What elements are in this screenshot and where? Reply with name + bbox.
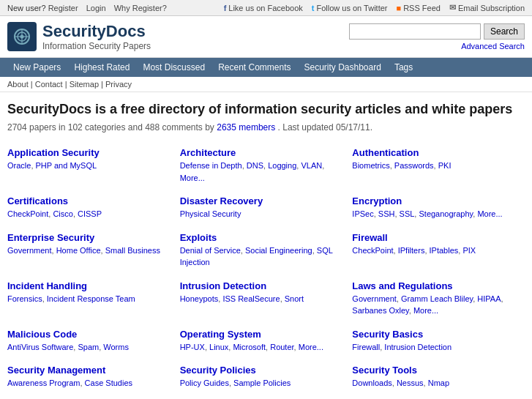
sub-downloads[interactable]: Downloads [352,379,391,387]
sub-iss-realsecure[interactable]: ISS RealSecure [222,294,280,303]
sub-spam[interactable]: Spam [78,343,99,351]
sub-microsoft[interactable]: Microsoft [233,343,266,351]
breadcrumb-sitemap[interactable]: Sitemap [70,80,99,89]
cat-title-security-tools[interactable]: Security Tools [352,365,517,376]
sub-case-studies[interactable]: Case Studies [85,379,132,387]
sub-enc-more[interactable]: More... [477,209,502,218]
cat-title-incident-handling[interactable]: Incident Handling [7,280,173,291]
sub-hipaa[interactable]: HIPAA [477,294,501,303]
sub-passwords[interactable]: Passwords [394,161,434,170]
sub-honeypots[interactable]: Honeypots [180,294,219,303]
sub-ssl[interactable]: SSL [400,209,415,218]
cat-title-application-security[interactable]: Application Security [7,147,173,158]
sub-php-mysql[interactable]: PHP and MySQL [36,161,97,170]
sub-government-law[interactable]: Government [352,294,397,303]
sub-pki[interactable]: PKI [438,161,452,170]
facebook-link[interactable]: f Like us on Facebook [224,4,303,12]
sub-dns[interactable]: DNS [247,161,263,170]
cat-title-enterprise-security[interactable]: Enterprise Security [7,232,173,243]
sub-pix[interactable]: PIX [462,246,476,255]
sub-government-ent[interactable]: Government [7,246,52,255]
sub-ipfilters[interactable]: IPfilters [398,246,425,255]
breadcrumb-contact[interactable]: Contact [35,80,63,89]
sub-snort[interactable]: Snort [285,294,304,303]
email-subscription-link[interactable]: ✉ Email Subscription [449,3,525,12]
email-label: Email Subscription [458,4,525,12]
register-link[interactable]: Register [48,4,78,12]
login-link[interactable]: Login [86,4,106,12]
sub-incident-response-team[interactable]: Incident Response Team [47,294,135,303]
cat-title-security-policies[interactable]: Security Policies [180,365,345,376]
nav-recent-comments[interactable]: Recent Comments [212,61,296,74]
sub-policy-guides[interactable]: Policy Guides [180,379,229,387]
sub-biometrics[interactable]: Biometrics [352,161,389,170]
breadcrumb-about[interactable]: About [7,80,29,89]
rss-link[interactable]: ■ RSS Feed [397,4,441,12]
category-cell-firewall: Firewall CheckPoint, IPfilters, IPtables… [352,228,525,276]
sub-small-business[interactable]: Small Business [105,246,160,255]
breadcrumb-privacy[interactable]: Privacy [105,80,132,89]
sub-social-engineering[interactable]: Social Engineering [245,246,312,255]
nav-most-discussed[interactable]: Most Discussed [137,61,211,74]
cat-title-encryption[interactable]: Encryption [352,195,517,206]
cat-title-security-management[interactable]: Security Management [7,365,173,376]
twitter-link[interactable]: t Follow us on Twitter [312,4,388,12]
nav-highest-rated[interactable]: Highest Rated [68,61,135,74]
sub-ipsec[interactable]: IPSec [352,209,373,218]
cat-subs-certifications: CheckPoint, Cisco, CISSP [7,208,173,220]
members-link[interactable]: 2635 members [217,122,275,133]
sub-cissp[interactable]: CISSP [78,209,102,218]
cat-title-laws-regulations[interactable]: Laws and Regulations [352,280,517,291]
cat-subs-operating-system: HP-UX, Linux, Microsoft, Router, More... [180,341,345,354]
sub-firewall-sb[interactable]: Firewall [352,343,380,351]
cat-title-authentication[interactable]: Authentication [352,147,517,158]
cat-subs-security-policies: Policy Guides, Sample Policies [180,377,345,389]
sub-logging[interactable]: Logging [268,161,296,170]
sub-os-more[interactable]: More... [299,343,323,351]
sub-router[interactable]: Router [270,343,293,351]
sub-defense-in-depth[interactable]: Defense in Depth [180,161,242,170]
nav-tags[interactable]: Tags [389,61,419,74]
sub-ssh[interactable]: SSH [378,209,395,218]
sub-oracle[interactable]: Oracle [7,161,31,170]
sub-checkpoint-fw[interactable]: CheckPoint [352,246,393,255]
sub-physical-security[interactable]: Physical Security [180,209,241,218]
sub-antivirus[interactable]: AntiVirus Software [7,343,73,351]
sub-arch-more[interactable]: More... [180,174,205,182]
sub-awareness-program[interactable]: Awareness Program [7,379,80,387]
sub-law-more[interactable]: More... [413,306,438,315]
cat-title-intrusion-detection[interactable]: Intrusion Detection [180,280,345,291]
sub-nmap[interactable]: Nmap [428,379,449,387]
sub-intrusion-detection-sb[interactable]: Intrusion Detection [384,343,452,351]
sub-sarbanes[interactable]: Sarbanes Oxley [352,306,408,315]
cat-title-exploits[interactable]: Exploits [180,232,345,243]
sub-home-office[interactable]: Home Office [56,246,101,255]
sub-vlan[interactable]: VLAN [301,161,322,170]
cat-title-certifications[interactable]: Certifications [7,195,173,206]
nav-new-papers[interactable]: New Papers [7,61,67,74]
advanced-search-link[interactable]: Advanced Search [461,42,525,51]
cat-title-firewall[interactable]: Firewall [352,232,517,243]
nav-security-dashboard[interactable]: Security Dashboard [299,61,387,74]
sub-dos[interactable]: Denial of Service [180,246,241,255]
search-button[interactable]: Search [484,23,525,40]
sub-nessus[interactable]: Nessus [397,379,424,387]
sub-iptables[interactable]: IPtables [430,246,459,255]
sub-hpux[interactable]: HP-UX [180,343,205,351]
cat-title-security-basics[interactable]: Security Basics [352,329,517,340]
sub-linux[interactable]: Linux [209,343,228,351]
sub-forensics[interactable]: Forensics [7,294,42,303]
sub-gramm-leach[interactable]: Gramm Leach Bliley [401,294,473,303]
cat-title-malicious-code[interactable]: Malicious Code [7,329,173,340]
why-register-link[interactable]: Why Register? [114,4,167,12]
cat-title-operating-system[interactable]: Operating System [180,329,345,340]
cat-title-architecture[interactable]: Architecture [180,147,345,158]
sub-worms[interactable]: Worms [103,343,129,351]
cat-title-disaster-recovery[interactable]: Disaster Recovery [180,195,345,206]
sub-cisco[interactable]: Cisco [53,209,73,218]
search-input[interactable] [349,23,481,40]
sub-sample-policies[interactable]: Sample Policies [233,379,291,387]
sub-checkpoint-cert[interactable]: CheckPoint [7,209,48,218]
cat-subs-incident-handling: Forensics, Incident Response Team [7,293,173,305]
sub-steganography[interactable]: Steganography [419,209,473,218]
